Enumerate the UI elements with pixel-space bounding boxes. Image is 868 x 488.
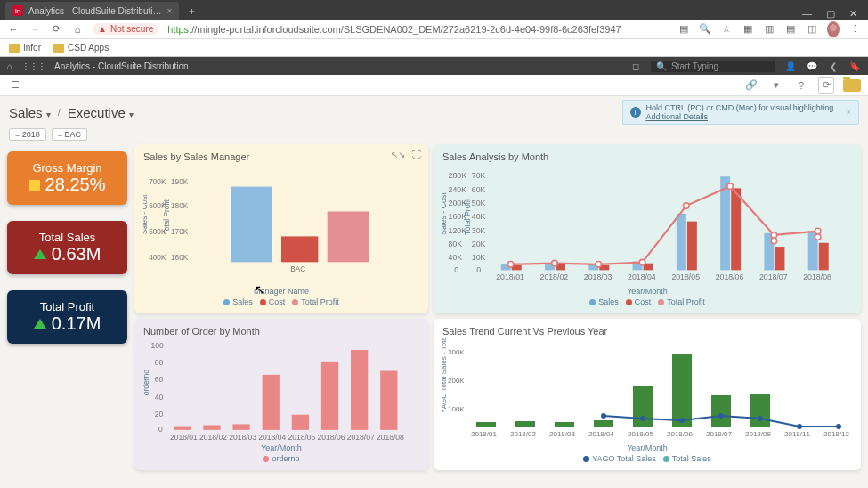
- chart-sales-by-manager[interactable]: Sales by Sales Manager ↖↘ ⛶ 700K190K 600…: [134, 144, 428, 313]
- crumb-executive[interactable]: Executive ▾: [68, 105, 134, 120]
- browser-menu-icon[interactable]: ⋮: [848, 23, 861, 35]
- svg-point-51: [639, 259, 645, 265]
- svg-rect-99: [711, 395, 731, 427]
- ext-icon-1[interactable]: ▦: [742, 23, 754, 35]
- share-icon[interactable]: ❮: [827, 61, 840, 71]
- kpi-gross-margin[interactable]: Gross Margin 28.25%: [7, 151, 127, 205]
- zoom-icon[interactable]: 🔍: [699, 23, 711, 35]
- tab-title: Analytics - CloudSuite Distributi…: [28, 6, 162, 16]
- svg-text:0: 0: [476, 265, 481, 274]
- chart-sales-trend-year[interactable]: Sales Trend Current Vs Previous Year 300…: [434, 319, 861, 470]
- square-indicator-icon: [29, 180, 40, 191]
- chart-legend: Sales Cost Total Profit: [143, 297, 419, 306]
- svg-point-105: [758, 416, 763, 421]
- home-icon[interactable]: ⌂: [7, 61, 12, 71]
- svg-text:400K: 400K: [149, 254, 166, 262]
- bookmark-csd-apps[interactable]: CSD Apps: [53, 43, 109, 53]
- svg-rect-11: [281, 236, 318, 262]
- filter-pill-bac[interactable]: = BAC: [52, 128, 87, 141]
- filter-icon[interactable]: ▾: [768, 77, 784, 94]
- bookmark-star-icon[interactable]: ☆: [720, 23, 733, 35]
- filter-pill-year[interactable]: = 2018: [9, 128, 46, 141]
- bookmark-infor[interactable]: Infor: [9, 43, 41, 53]
- hamburger-menu-icon[interactable]: ☰: [7, 77, 23, 94]
- bookmark-icon[interactable]: 🔖: [848, 61, 861, 71]
- help-icon[interactable]: ?: [793, 77, 809, 94]
- svg-text:2018/03: 2018/03: [584, 272, 612, 281]
- window-minimize-icon[interactable]: —: [802, 8, 812, 20]
- chat-icon[interactable]: 💬: [806, 61, 818, 71]
- chart-sales-analysis-month[interactable]: Sales Analysis by Month 280K70K 240K60K …: [434, 144, 861, 313]
- svg-text:40K: 40K: [472, 212, 486, 221]
- window-maximize-icon[interactable]: ▢: [826, 8, 835, 20]
- ext-icon-3[interactable]: ▤: [784, 23, 797, 35]
- svg-text:280K: 280K: [449, 171, 467, 180]
- app-breadcrumb: Analytics - CloudSuite Distribution: [54, 61, 189, 71]
- window-close-icon[interactable]: ✕: [849, 8, 857, 20]
- nav-home-icon[interactable]: ⌂: [71, 24, 84, 35]
- kpi-total-profit[interactable]: Total Profit 0.17M: [7, 290, 127, 344]
- svg-rect-44: [687, 222, 697, 271]
- svg-text:2018/06: 2018/06: [667, 430, 693, 438]
- svg-text:70K: 70K: [472, 171, 486, 180]
- folder-open-icon[interactable]: [843, 79, 861, 92]
- chart-svg: 700K190K 600K180K 500K170K 400K160K Sale…: [143, 164, 419, 287]
- svg-text:2018/02: 2018/02: [510, 430, 536, 438]
- ext-icon-2[interactable]: ▥: [763, 23, 775, 35]
- svg-rect-77: [292, 415, 309, 430]
- svg-point-55: [771, 238, 777, 244]
- svg-text:2018/05: 2018/05: [671, 272, 700, 281]
- svg-text:2018/08: 2018/08: [803, 272, 831, 281]
- ext-icon-4[interactable]: ◫: [806, 23, 818, 35]
- svg-point-107: [836, 424, 841, 429]
- svg-point-49: [552, 260, 558, 266]
- address-url[interactable]: https://mingle-portal.inforcloudsuite.co…: [167, 24, 669, 35]
- svg-text:700K: 700K: [149, 178, 166, 186]
- user-icon[interactable]: 👤: [784, 61, 797, 71]
- crumb-sales[interactable]: Sales ▾: [9, 105, 51, 120]
- chart-order-count-month[interactable]: Number of Order by Month 100806040200 or…: [134, 319, 428, 470]
- new-tab-button[interactable]: ＋: [184, 4, 199, 18]
- svg-text:2018/08: 2018/08: [377, 433, 404, 442]
- svg-text:2018/04: 2018/04: [258, 433, 286, 442]
- svg-text:240K: 240K: [449, 185, 467, 194]
- translate-icon[interactable]: ▤: [677, 23, 690, 35]
- svg-text:Total Profit: Total Profit: [463, 198, 472, 235]
- svg-text:2018/07: 2018/07: [706, 430, 732, 438]
- tab-close-icon[interactable]: ×: [167, 6, 173, 16]
- svg-text:2018/02: 2018/02: [199, 433, 227, 442]
- svg-text:50K: 50K: [472, 199, 486, 207]
- nav-back-icon[interactable]: ←: [7, 24, 20, 35]
- svg-point-48: [507, 262, 514, 268]
- svg-rect-78: [321, 362, 338, 430]
- browser-tab[interactable]: in Analytics - CloudSuite Distributi… ×: [5, 2, 179, 20]
- insecure-badge[interactable]: ▲ Not secure: [93, 23, 158, 35]
- app-header: ⌂ ⋮⋮⋮ Analytics - CloudSuite Distributio…: [0, 57, 868, 75]
- chart-svg: 100806040200 orderno 2018/012018/022018/…: [143, 338, 419, 443]
- svg-point-101: [601, 413, 606, 419]
- app-launcher-icon[interactable]: ⋮⋮⋮: [21, 61, 45, 71]
- kpi-total-sales[interactable]: Total Sales 0.63M: [7, 221, 127, 274]
- svg-text:Sales - Cost: Sales - Cost: [143, 194, 149, 235]
- svg-text:190K: 190K: [171, 178, 189, 186]
- svg-rect-12: [328, 212, 369, 263]
- swap-icon[interactable]: ↖↘: [391, 150, 405, 159]
- svg-point-56: [815, 228, 821, 234]
- svg-text:BAC: BAC: [290, 265, 305, 273]
- refresh-button[interactable]: ⟳: [818, 77, 834, 94]
- svg-text:2018/02: 2018/02: [540, 272, 569, 281]
- svg-text:Total Profit: Total Profit: [163, 199, 171, 235]
- svg-text:2018/08: 2018/08: [745, 430, 771, 438]
- nav-reload-icon[interactable]: ⟳: [50, 23, 62, 35]
- profile-avatar[interactable]: [827, 21, 840, 37]
- global-search[interactable]: 🔍 Start Typing: [651, 61, 775, 72]
- banner-close-icon[interactable]: ×: [847, 108, 851, 117]
- svg-text:2018/06: 2018/06: [318, 433, 345, 442]
- additional-details-link[interactable]: Additional Details: [646, 112, 709, 121]
- expand-icon[interactable]: ⛶: [412, 150, 421, 159]
- svg-rect-98: [672, 354, 692, 427]
- link-icon[interactable]: 🔗: [743, 77, 759, 94]
- svg-rect-10: [231, 187, 272, 263]
- chart-legend: YAGO Total Sales Total Sales: [442, 454, 852, 463]
- square-icon[interactable]: ◻: [629, 61, 642, 71]
